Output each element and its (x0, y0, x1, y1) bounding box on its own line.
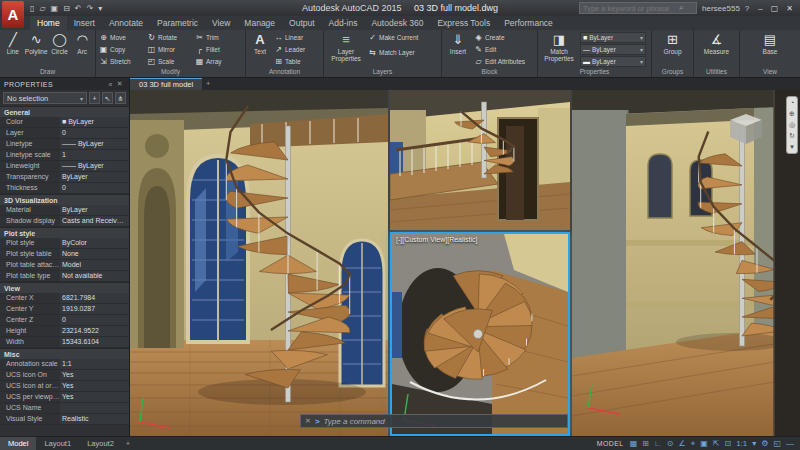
search-icon[interactable]: ⌕ (679, 3, 683, 13)
section-header-general[interactable]: General (0, 106, 129, 117)
property-value[interactable]: Realistic (60, 414, 129, 424)
property-value[interactable]: ByColor (60, 238, 129, 248)
property-value[interactable]: Yes (60, 381, 129, 391)
panel-title-view[interactable]: View (740, 67, 800, 77)
search-input[interactable] (583, 4, 679, 13)
search-box[interactable]: ⌕ (579, 2, 697, 14)
property-value[interactable]: 1 (60, 150, 129, 160)
modify-tool-button[interactable]: ◫ Mirror (147, 44, 193, 55)
palette-autohide-icon[interactable]: « (106, 81, 114, 88)
modify-tool-button[interactable]: ◰ Scale (147, 56, 193, 67)
block-tool-button[interactable]: ◈ Create (474, 32, 525, 43)
file-tab-active[interactable]: 03 3D full model (130, 78, 202, 90)
modify-tool-button[interactable]: ▦ Array (195, 56, 241, 67)
ribbon-tab-express[interactable]: Express Tools (430, 16, 497, 30)
property-value[interactable]: Casts and Receives S... (60, 216, 129, 226)
status-toggle-icon[interactable]: — (786, 439, 794, 449)
section-header-plot-style[interactable]: Plot style (0, 227, 129, 238)
modify-tool-button[interactable]: ╭ Fillet (195, 44, 241, 55)
status-toggle-icon[interactable]: ⌖ (691, 439, 696, 449)
annotation-tool-button[interactable]: ⊞ Table (274, 56, 305, 67)
block-tool-button[interactable]: ▱ Edit Attributes (474, 56, 525, 67)
quick-access-icon[interactable]: ▾ (98, 4, 102, 13)
status-toggle-icon[interactable]: ⊙ (667, 439, 674, 449)
help-icon[interactable]: ? (745, 4, 749, 13)
navbar-tool-icon[interactable]: ◎ (789, 121, 795, 129)
viewport-top-middle[interactable] (390, 90, 570, 230)
new-layout-button[interactable]: + (122, 439, 134, 448)
signin-user[interactable]: hersee555 (702, 4, 740, 13)
property-value[interactable]: 6821.7984 (60, 293, 129, 303)
status-toggle-icon[interactable]: ⊡ (724, 439, 731, 449)
modify-tool-button[interactable]: ▣ Copy (99, 44, 145, 55)
property-value[interactable]: —— ByLayer (60, 161, 129, 171)
group-button[interactable]: ⊞ Group (657, 32, 689, 55)
panel-title-utilities[interactable]: Utilities (694, 67, 739, 77)
modify-tool-button[interactable]: ↻ Rotate (147, 32, 193, 43)
palette-close-icon[interactable]: ✕ (115, 80, 125, 88)
quick-access-icon[interactable]: ▯ (30, 4, 34, 13)
ribbon-tab-parametric[interactable]: Parametric (150, 16, 205, 30)
panel-title-properties[interactable]: Properties (538, 67, 651, 77)
draw-tool-button[interactable]: ∿ Polyline (26, 32, 47, 55)
draw-tool-button[interactable]: ◠ Arc (72, 32, 92, 55)
quick-select-icon[interactable]: ⋔ (115, 92, 126, 104)
property-value[interactable]: 0 (60, 128, 129, 138)
ribbon-tab-manage[interactable]: Manage (237, 16, 282, 30)
section-header-view[interactable]: View (0, 282, 129, 293)
property-value[interactable]: 0 (60, 315, 129, 325)
modify-tool-button[interactable]: ⊕ Move (99, 32, 145, 43)
layers-tool-button[interactable]: ✓ Make Current (368, 32, 418, 43)
panel-title-groups[interactable]: Groups (652, 67, 693, 77)
ribbon-tab-view[interactable]: View (205, 16, 237, 30)
match-properties-button[interactable]: ◨ Match Properties (541, 32, 577, 62)
quick-access-icon[interactable]: ▣ (51, 4, 59, 13)
panel-title-modify[interactable]: Modify (96, 67, 245, 77)
maximize-button[interactable]: ▢ (767, 4, 783, 13)
property-value[interactable]: 15343.6104 (60, 337, 129, 347)
quick-access-icon[interactable]: ⊟ (63, 4, 70, 13)
ribbon-tab-annotate[interactable]: Annotate (102, 16, 150, 30)
status-toggle-icon[interactable]: ▾ (752, 439, 756, 449)
command-input[interactable]: Type a command (324, 417, 385, 426)
ribbon-tab-insert[interactable]: Insert (67, 16, 102, 30)
annotation-tool-button[interactable]: ↔ Linear (274, 32, 305, 43)
property-value[interactable]: 1919.0287 (60, 304, 129, 314)
panel-title-draw[interactable]: Draw (0, 67, 95, 77)
property-value[interactable]: 0 (60, 183, 129, 193)
property-value[interactable]: Not available (60, 271, 129, 281)
bylayer-dropdown[interactable]: — ByLayer ▾ (580, 44, 646, 55)
property-value[interactable]: Model (60, 260, 129, 270)
modify-tool-button[interactable]: ✂ Trim (195, 32, 241, 43)
viewport-right[interactable] (572, 90, 800, 436)
draw-tool-button[interactable]: ◯ Circle (50, 32, 70, 55)
layout-tab-layout1[interactable]: Layout1 (36, 437, 79, 450)
new-drawing-tab-button[interactable]: + (202, 78, 214, 90)
ribbon-tab-addins[interactable]: Add-ins (322, 16, 365, 30)
ribbon-tab-output[interactable]: Output (282, 16, 322, 30)
pickadd-toggle-icon[interactable]: + (89, 92, 100, 104)
quick-access-icon[interactable]: ↶ (75, 4, 82, 13)
property-value[interactable]: 1:1 (60, 359, 129, 369)
property-value[interactable]: None (60, 249, 129, 259)
property-value[interactable]: Yes (60, 370, 129, 380)
panel-title-block[interactable]: Block (442, 67, 537, 77)
command-line-bar[interactable]: ✕ > Type a command (300, 414, 568, 428)
status-toggle-icon[interactable]: ⊞ (642, 439, 649, 449)
section-header-misc[interactable]: Misc (0, 348, 129, 359)
command-close-icon[interactable]: ✕ (305, 417, 311, 425)
status-toggle-icon[interactable]: ⇱ (713, 439, 720, 449)
annotation-tool-button[interactable]: ↗ Leader (274, 44, 305, 55)
base-button[interactable]: ▤ Base (755, 32, 785, 55)
viewport-left[interactable] (130, 90, 388, 436)
ribbon-tab-performance[interactable]: Performance (497, 16, 560, 30)
section-header-3d-visualization[interactable]: 3D Visualization (0, 194, 129, 205)
navbar-tool-icon[interactable]: ▾ (790, 143, 794, 151)
navbar-tool-icon[interactable]: ⊕ (789, 110, 795, 118)
minimize-button[interactable]: – (754, 4, 766, 13)
property-value[interactable]: ■ ByLayer (60, 117, 129, 127)
property-value[interactable]: Yes (60, 392, 129, 402)
navbar-tool-icon[interactable]: ◔ (790, 99, 794, 107)
measure-button[interactable]: ∡ Measure (699, 32, 735, 55)
app-logo[interactable]: A (2, 1, 24, 28)
